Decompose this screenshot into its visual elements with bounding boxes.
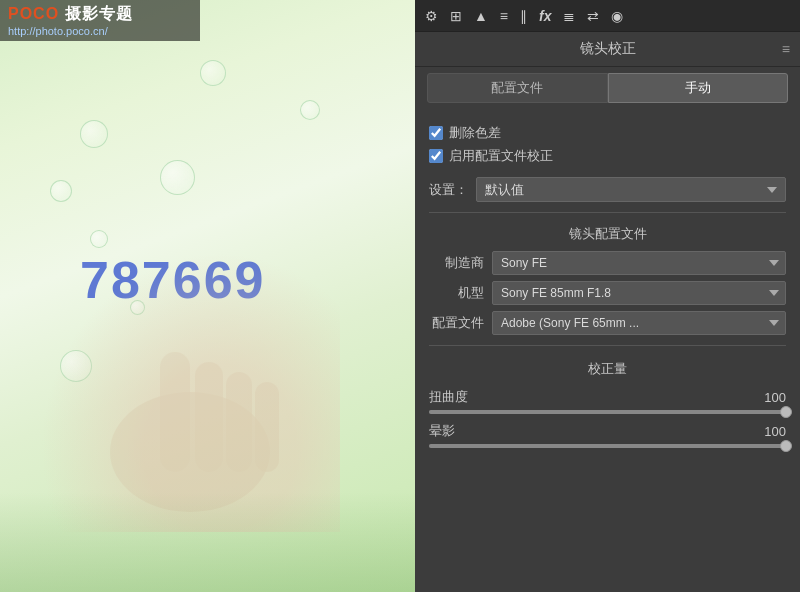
content-area: 删除色差 启用配置文件校正 设置： 默认值 自定义 镜头配置文件 制造商 Son… (415, 109, 800, 592)
panel-menu-icon[interactable]: ≡ (782, 41, 790, 57)
distortion-label: 扭曲度 (429, 388, 468, 406)
logo-text: POCO 摄影专题 (8, 4, 192, 25)
profile-file-row: 配置文件 Adobe (Sony FE 65mm ... Adobe (Sony… (429, 311, 786, 335)
checkbox-chromatic-row[interactable]: 删除色差 (429, 124, 786, 142)
hand-svg (40, 252, 340, 532)
fx-icon[interactable]: fx (535, 6, 555, 26)
settings-row: 设置： 默认值 自定义 (429, 177, 786, 202)
vignette-slider-header: 晕影 100 (429, 422, 786, 440)
panel-header: 镜头校正 ≡ (415, 32, 800, 67)
bubble (160, 160, 195, 195)
lens-profile-title: 镜头配置文件 (429, 225, 786, 243)
tab-manual[interactable]: 手动 (608, 73, 789, 103)
model-select[interactable]: Sony FE 85mm F1.8 Sony FE 50mm F1.8 (492, 281, 786, 305)
calibration-icon[interactable]: ≣ (559, 6, 579, 26)
distortion-slider-header: 扭曲度 100 (429, 388, 786, 406)
distortion-slider-row: 扭曲度 100 (429, 388, 786, 414)
bubble (200, 60, 226, 86)
histogram-icon[interactable]: ▲ (470, 6, 492, 26)
bubble (300, 100, 320, 120)
bubble (50, 180, 72, 202)
tab-profile[interactable]: 配置文件 (427, 73, 608, 103)
settings-label: 设置： (429, 181, 468, 199)
svg-rect-2 (195, 362, 223, 472)
bubble (90, 230, 108, 248)
vignette-track (429, 444, 786, 448)
settings-select[interactable]: 默认值 自定义 (476, 177, 786, 202)
svg-rect-4 (255, 382, 279, 472)
distortion-thumb[interactable] (780, 406, 792, 418)
checkbox-profile-row[interactable]: 启用配置文件校正 (429, 147, 786, 165)
transform-icon[interactable]: ⇄ (583, 6, 603, 26)
manufacturer-select[interactable]: Sony FE Canon Nikon (492, 251, 786, 275)
tab-bar: 配置文件 手动 (415, 67, 800, 109)
vignette-fill (429, 444, 786, 448)
distortion-track (429, 410, 786, 414)
bubble (80, 120, 108, 148)
settings-icon[interactable]: ⚙ (421, 6, 442, 26)
profile-file-select[interactable]: Adobe (Sony FE 65mm ... Adobe (Sony FE 8… (492, 311, 786, 335)
divider-2 (429, 345, 786, 346)
checkbox-profile-label: 启用配置文件校正 (449, 147, 553, 165)
vignette-thumb[interactable] (780, 440, 792, 452)
right-panel: ⚙ ⊞ ▲ ≡ ∥ fx ≣ ⇄ ◉ 镜头校正 ≡ 配置文件 手动 删除色差 启… (415, 0, 800, 592)
manufacturer-label: 制造商 (429, 254, 484, 272)
tone-curve-icon[interactable]: ∥ (516, 6, 531, 26)
list-icon[interactable]: ≡ (496, 6, 512, 26)
grid-icon[interactable]: ⊞ (446, 6, 466, 26)
ground-gradient (0, 492, 415, 592)
photo-panel: POCO 摄影专题 http://photo.poco.cn/ 787669 (0, 0, 415, 592)
logo-url: http://photo.poco.cn/ (8, 25, 192, 37)
lens-icon[interactable]: ◉ (607, 6, 627, 26)
vignette-label: 晕影 (429, 422, 455, 440)
divider-1 (429, 212, 786, 213)
model-row: 机型 Sony FE 85mm F1.8 Sony FE 50mm F1.8 (429, 281, 786, 305)
svg-rect-3 (226, 372, 252, 472)
distortion-value: 100 (756, 390, 786, 405)
vignette-slider-row: 晕影 100 (429, 422, 786, 448)
poco-text: POCO (8, 5, 59, 22)
hand-image (40, 252, 340, 532)
panel-title: 镜头校正 (580, 40, 636, 58)
toolbar: ⚙ ⊞ ▲ ≡ ∥ fx ≣ ⇄ ◉ (415, 0, 800, 32)
checkbox-chromatic-label: 删除色差 (449, 124, 501, 142)
profile-file-label: 配置文件 (429, 314, 484, 332)
distortion-fill (429, 410, 786, 414)
checkbox-chromatic[interactable] (429, 126, 443, 140)
model-label: 机型 (429, 284, 484, 302)
logo-subtitle: 摄影专题 (65, 5, 133, 22)
vignette-value: 100 (756, 424, 786, 439)
checkbox-profile[interactable] (429, 149, 443, 163)
svg-rect-1 (160, 352, 190, 472)
logo-bar: POCO 摄影专题 http://photo.poco.cn/ (0, 0, 200, 41)
correction-title: 校正量 (429, 360, 786, 378)
manufacturer-row: 制造商 Sony FE Canon Nikon (429, 251, 786, 275)
